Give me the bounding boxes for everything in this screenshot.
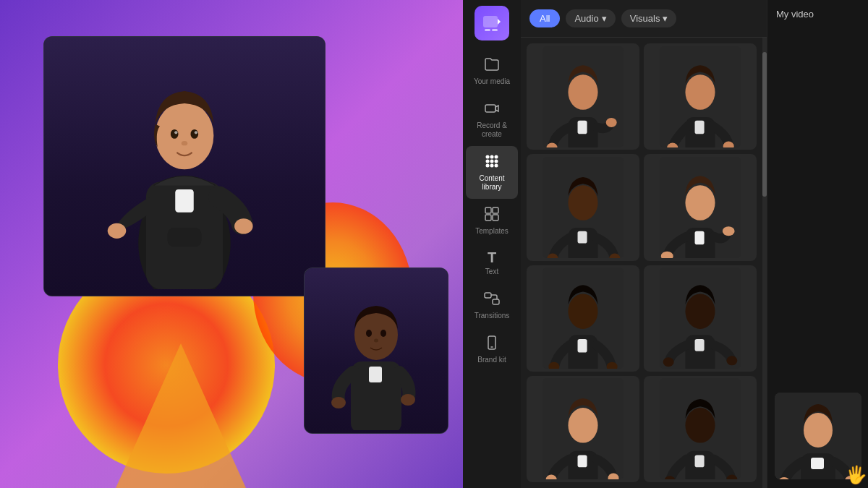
small-avatar-svg (326, 271, 427, 430)
background-area (0, 0, 463, 488)
svg-rect-13 (369, 367, 382, 382)
sidebar: Your media Record &create (463, 0, 521, 488)
svg-point-81 (568, 408, 597, 443)
svg-point-69 (568, 294, 597, 330)
thumb-6[interactable] (644, 265, 757, 372)
thumb-1-avatar (540, 46, 626, 147)
svg-point-45 (568, 74, 597, 110)
svg-rect-71 (578, 339, 587, 353)
scroll-bar[interactable] (762, 38, 767, 488)
svg-point-16 (380, 330, 386, 337)
chevron-down-icon-2: ▾ (663, 13, 668, 24)
sidebar-item-templates[interactable]: Templates (466, 199, 518, 243)
thumb-8[interactable] (644, 376, 757, 482)
svg-rect-65 (695, 231, 705, 245)
svg-rect-77 (695, 339, 705, 351)
thumb-7[interactable] (527, 376, 639, 482)
svg-rect-22 (485, 29, 490, 31)
logo-icon (482, 13, 502, 33)
svg-point-15 (366, 330, 372, 337)
svg-rect-11 (168, 228, 202, 247)
svg-rect-40 (493, 299, 499, 304)
svg-rect-83 (578, 455, 587, 468)
svg-point-27 (490, 155, 494, 159)
svg-rect-2 (175, 189, 194, 213)
thumb-7-avatar (540, 378, 626, 479)
sidebar-item-record-create[interactable]: Record &create (466, 93, 518, 146)
svg-point-3 (156, 102, 214, 170)
filter-audio-label: Audio (574, 13, 598, 24)
thumb-5-avatar (540, 267, 626, 369)
svg-point-63 (685, 185, 715, 221)
thumb-2[interactable] (644, 43, 757, 150)
small-avatar-container (305, 268, 448, 433)
text-icon: T (488, 250, 496, 265)
svg-rect-59 (578, 231, 587, 244)
mini-panel: My video 🖐 (767, 0, 868, 488)
svg-point-28 (495, 155, 498, 159)
svg-point-78 (663, 357, 674, 367)
sidebar-label-text: Text (485, 267, 498, 276)
chevron-down-icon: ▾ (602, 13, 607, 24)
thumb-4-avatar (657, 157, 744, 258)
thumb-3-avatar (540, 157, 626, 258)
svg-point-51 (685, 74, 715, 110)
svg-rect-37 (485, 215, 491, 221)
svg-point-4 (171, 129, 179, 139)
thumb-6-avatar (657, 267, 744, 369)
svg-rect-24 (485, 105, 495, 112)
svg-point-7 (195, 131, 197, 134)
small-video-card[interactable] (304, 267, 448, 434)
svg-rect-47 (578, 120, 587, 134)
svg-point-33 (490, 164, 494, 168)
content-area: All Audio ▾ Visuals ▾ (521, 0, 767, 488)
sidebar-label-templates: Templates (475, 227, 509, 236)
sidebar-item-brand-kit[interactable]: Brand kit (466, 328, 518, 372)
filter-visuals-label: Visuals (630, 13, 660, 24)
svg-point-9 (108, 223, 127, 239)
thumb-8-avatar (657, 378, 744, 479)
sidebar-label-your-media: Your media (474, 77, 510, 86)
svg-rect-36 (493, 207, 498, 213)
avatar-grid (521, 38, 762, 488)
sidebar-item-transitions[interactable]: Transitions (466, 283, 518, 328)
svg-point-10 (234, 218, 253, 234)
transitions-icon (484, 291, 500, 309)
video-icon (484, 100, 500, 119)
svg-point-93 (804, 413, 833, 448)
svg-point-79 (726, 356, 737, 365)
sidebar-item-content-library[interactable]: Contentlibrary (466, 146, 518, 199)
svg-point-87 (685, 408, 715, 443)
svg-point-6 (174, 131, 177, 134)
filter-visuals-dropdown[interactable]: Visuals ▾ (621, 9, 677, 27)
thumb-4[interactable] (644, 154, 757, 260)
sidebar-label-record-create: Record &create (477, 121, 507, 139)
scroll-thumb[interactable] (762, 52, 767, 197)
svg-rect-23 (492, 29, 498, 31)
apps-icon (484, 153, 500, 171)
thumb-5[interactable] (527, 265, 639, 372)
main-cards-area (43, 36, 448, 455)
svg-rect-95 (811, 458, 824, 469)
large-avatar-container (44, 37, 325, 296)
svg-marker-25 (495, 106, 498, 111)
svg-point-34 (495, 164, 498, 168)
sidebar-item-text[interactable]: T Text (466, 243, 518, 283)
large-avatar-svg (98, 43, 271, 289)
svg-point-57 (568, 185, 597, 221)
grid-icon (484, 206, 500, 224)
right-panel: Your media Record &create (463, 0, 868, 488)
large-video-card[interactable] (43, 36, 326, 296)
svg-rect-20 (483, 16, 498, 27)
filter-all-button[interactable]: All (529, 9, 560, 27)
sidebar-item-your-media[interactable]: Your media (466, 49, 518, 93)
filter-audio-dropdown[interactable]: Audio ▾ (566, 9, 615, 27)
svg-point-67 (723, 226, 735, 236)
svg-marker-21 (498, 19, 501, 25)
svg-point-75 (685, 294, 715, 330)
thumb-1[interactable] (527, 43, 639, 150)
svg-point-17 (374, 339, 378, 343)
svg-rect-39 (485, 293, 491, 298)
mini-video-thumbnail[interactable]: 🖐 (775, 393, 861, 479)
thumb-3[interactable] (527, 154, 639, 260)
